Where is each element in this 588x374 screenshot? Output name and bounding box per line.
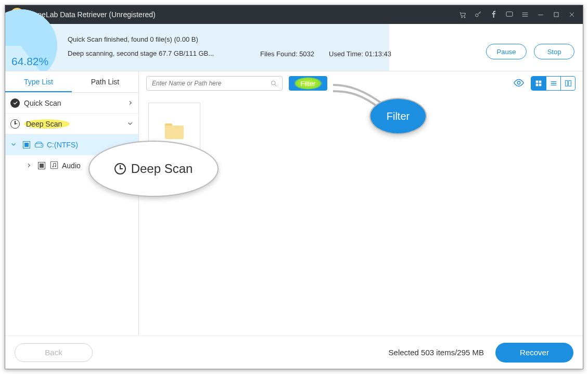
progress-percent: 64.82%: [11, 55, 48, 68]
check-circle-icon: [10, 98, 20, 108]
tree-audio-label: Audio: [62, 161, 81, 170]
tree-drive-label: C:(NTFS): [47, 141, 78, 149]
callout-deep-scan: Deep Scan: [88, 141, 219, 197]
svg-point-9: [55, 166, 56, 167]
tree-quick-scan[interactable]: Quick Scan: [5, 93, 138, 114]
maximize-icon[interactable]: [548, 5, 564, 24]
callout-deep-scan-label: Deep Scan: [131, 161, 193, 176]
callout-filter: Filter: [369, 98, 427, 134]
sidebar: Type List Path List Quick Scan Deep Scan: [5, 71, 139, 342]
recover-button[interactable]: Recover: [495, 343, 573, 363]
search-icon: [270, 80, 278, 88]
app-window: FoneLab Data Retriever (Unregistered): [5, 5, 583, 369]
cart-icon[interactable]: [455, 5, 470, 24]
callout-filter-label: Filter: [387, 110, 410, 122]
tree-deep-scan[interactable]: Deep Scan: [5, 114, 138, 134]
filter-button[interactable]: Filter: [289, 76, 327, 91]
svg-point-0: [462, 17, 463, 18]
feedback-icon[interactable]: [502, 5, 517, 24]
view-list-button[interactable]: [546, 77, 560, 90]
chevron-right-icon: [26, 161, 32, 170]
chevron-down-icon: [127, 120, 133, 128]
svg-point-2: [476, 14, 478, 17]
checkbox-icon[interactable]: [38, 162, 45, 169]
preview-icon[interactable]: [512, 77, 527, 90]
search-input[interactable]: [151, 79, 270, 88]
clock-icon: [10, 119, 20, 129]
svg-rect-4: [554, 13, 558, 17]
tree-quick-scan-label: Quick Scan: [24, 99, 61, 107]
svg-rect-12: [536, 81, 539, 83]
stop-button[interactable]: Stop: [534, 44, 574, 59]
drive-icon: [34, 141, 44, 148]
facebook-icon[interactable]: [486, 5, 502, 24]
back-button[interactable]: Back: [15, 343, 93, 362]
view-mode-group: [531, 76, 576, 91]
view-grid-button[interactable]: [531, 77, 546, 90]
footer-bar: Back Selected 503 items/295 MB Recover: [5, 335, 583, 369]
svg-rect-15: [539, 84, 542, 86]
svg-rect-17: [568, 81, 571, 86]
clock-icon: [114, 163, 126, 174]
svg-point-8: [53, 166, 54, 167]
checkbox-icon[interactable]: [23, 141, 30, 148]
svg-point-6: [41, 145, 42, 146]
svg-rect-16: [565, 81, 567, 86]
filter-button-label: Filter: [301, 80, 316, 88]
svg-rect-7: [50, 161, 58, 169]
svg-point-11: [517, 81, 520, 84]
selection-info: Selected 503 items/295 MB: [389, 348, 484, 357]
music-icon: [49, 160, 59, 171]
chevron-down-icon: [10, 141, 17, 149]
svg-rect-13: [539, 81, 542, 83]
chevron-right-icon: [127, 99, 133, 107]
status-strip: 64.82% Quick Scan finished, found 0 file…: [5, 24, 583, 71]
svg-rect-14: [536, 84, 539, 86]
view-detail-button[interactable]: [560, 77, 575, 90]
menu-icon[interactable]: [517, 5, 533, 24]
close-icon[interactable]: [564, 5, 580, 24]
used-time: Used Time: 01:13:43: [329, 50, 391, 58]
tab-type-list[interactable]: Type List: [5, 71, 72, 92]
tab-path-list[interactable]: Path List: [72, 71, 138, 92]
titlebar: FoneLab Data Retriever (Unregistered): [5, 5, 583, 24]
key-icon[interactable]: [470, 5, 486, 24]
tree-deep-scan-label: Deep Scan: [24, 119, 70, 129]
folder-icon: [165, 123, 184, 139]
scan-line-2: Deep scanning, second stage 67.7 GB/111 …: [68, 49, 214, 57]
svg-point-10: [272, 81, 276, 85]
minimize-icon[interactable]: [533, 5, 548, 24]
pause-button[interactable]: Pause: [486, 44, 527, 59]
svg-point-1: [464, 17, 465, 18]
search-input-wrapper[interactable]: [146, 76, 283, 91]
files-found: Files Found: 5032: [260, 50, 314, 58]
scan-status-text: Quick Scan finished, found 0 file(s) (0.…: [68, 35, 214, 64]
scan-line-1: Quick Scan finished, found 0 file(s) (0.…: [68, 35, 214, 43]
